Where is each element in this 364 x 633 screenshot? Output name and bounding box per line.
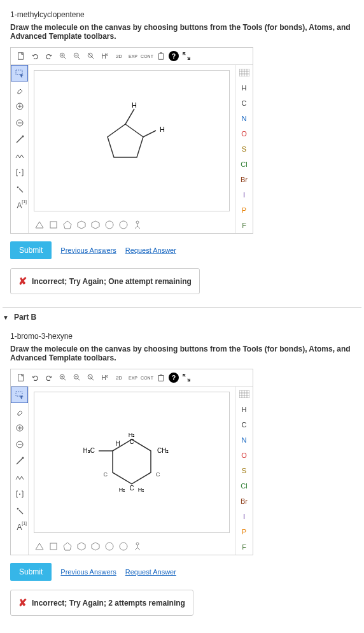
zoom-fit-icon[interactable] [85, 50, 97, 62]
square-template[interactable] [48, 541, 59, 552]
zoom-in-icon[interactable] [57, 372, 69, 383]
atom-br[interactable]: Br [235, 494, 253, 509]
svg-text:CH₂: CH₂ [157, 447, 169, 454]
atom-i[interactable]: I [235, 509, 253, 524]
advanced-template[interactable] [132, 219, 143, 231]
octagon-template[interactable] [118, 541, 129, 552]
chain-tool[interactable] [11, 148, 28, 164]
previous-answers-link[interactable]: Previous Answers [60, 246, 116, 254]
delete-icon[interactable] [155, 372, 167, 383]
atom-cl[interactable]: Cl [235, 478, 253, 494]
atom-n[interactable]: N [235, 111, 253, 126]
svg-line-79 [19, 510, 23, 514]
help-icon[interactable]: ? [169, 51, 179, 61]
charge-minus-tool[interactable] [11, 115, 28, 131]
hexagon2-template[interactable] [90, 541, 101, 552]
atom-label-tool[interactable]: A[1] [11, 197, 28, 214]
help-icon[interactable]: ? [169, 373, 179, 383]
svg-text:H₂: H₂ [129, 432, 136, 438]
svg-marker-95 [78, 543, 85, 550]
erase-tool[interactable] [11, 82, 28, 98]
radical-tool[interactable] [11, 181, 28, 197]
atom-f[interactable]: F [235, 539, 253, 555]
request-answer-link[interactable]: Request Answer [125, 246, 176, 254]
atom-o[interactable]: O [235, 448, 253, 463]
charge-plus-tool[interactable] [11, 98, 28, 115]
redo-icon[interactable] [43, 50, 55, 62]
undo-icon[interactable] [29, 372, 41, 383]
incorrect-icon: ✘ [18, 597, 27, 609]
new-icon[interactable] [15, 372, 27, 383]
svg-marker-38 [92, 221, 99, 229]
atom-s[interactable]: S [235, 463, 253, 478]
contract-button[interactable]: CONT [141, 372, 153, 383]
select-tool[interactable] [11, 65, 28, 82]
request-answer-link[interactable]: Request Answer [125, 568, 176, 576]
periodic-table-icon[interactable] [235, 387, 253, 402]
atom-cl[interactable]: Cl [235, 157, 253, 172]
atom-c[interactable]: C [235, 96, 253, 111]
chain-tool[interactable] [11, 469, 28, 486]
submit-button[interactable]: Submit [10, 563, 52, 581]
atom-s[interactable]: S [235, 141, 253, 157]
charge-plus-tool[interactable] [11, 420, 28, 436]
octagon-template[interactable] [118, 219, 129, 231]
charge-minus-tool[interactable] [11, 436, 28, 453]
fullscreen-icon[interactable] [180, 372, 193, 383]
zoom-in-icon[interactable] [57, 50, 69, 62]
triangle-template[interactable] [34, 219, 45, 231]
undo-icon[interactable] [29, 50, 41, 62]
svg-rect-16 [16, 70, 22, 75]
zoom-fit-icon[interactable] [85, 372, 97, 383]
hexagon-template[interactable] [76, 219, 87, 231]
triangle-template[interactable] [34, 541, 45, 552]
previous-answers-link[interactable]: Previous Answers [60, 568, 116, 576]
zoom-out-icon[interactable] [71, 50, 83, 62]
view-2d-button[interactable]: 2D [113, 50, 125, 62]
view-2d-button[interactable]: 2D [113, 372, 125, 383]
heptagon-template[interactable] [104, 219, 115, 231]
pentagon-template[interactable] [62, 541, 73, 552]
select-tool[interactable] [11, 387, 28, 403]
single-bond-tool[interactable] [11, 131, 28, 148]
atom-p[interactable]: P [235, 524, 253, 539]
atom-n[interactable]: N [235, 432, 253, 448]
atom-h[interactable]: H [235, 80, 253, 96]
atom-c[interactable]: C [235, 417, 253, 432]
bracket-tool[interactable] [11, 486, 28, 502]
redo-icon[interactable] [43, 372, 55, 383]
atom-br[interactable]: Br [235, 172, 253, 187]
atom-i[interactable]: I [235, 187, 253, 203]
svg-point-97 [106, 543, 113, 550]
new-icon[interactable] [15, 50, 27, 62]
atom-o[interactable]: O [235, 126, 253, 141]
advanced-template[interactable] [132, 541, 143, 552]
atom-p[interactable]: P [235, 203, 253, 218]
fullscreen-icon[interactable] [180, 50, 193, 62]
hexagon-template[interactable] [76, 541, 87, 552]
contract-button[interactable]: CONT [141, 50, 153, 62]
atom-h[interactable]: H [235, 402, 253, 417]
submit-button[interactable]: Submit [10, 241, 52, 259]
square-template[interactable] [48, 219, 59, 231]
atom-f[interactable]: F [235, 218, 253, 233]
erase-tool[interactable] [11, 403, 28, 420]
zoom-out-icon[interactable] [71, 372, 83, 383]
expand-button[interactable]: EXP [127, 372, 139, 383]
delete-icon[interactable] [155, 50, 167, 62]
collapse-caret-icon[interactable]: ▼ [3, 314, 9, 321]
toggle-h-button[interactable]: H° [99, 372, 111, 383]
drawing-canvas[interactable]: H H [34, 70, 230, 211]
periodic-table-icon[interactable] [235, 65, 253, 80]
radical-tool[interactable] [11, 502, 28, 519]
hexagon2-template[interactable] [90, 219, 101, 231]
toggle-h-button[interactable]: H° [99, 50, 111, 62]
svg-text:H: H [132, 101, 137, 109]
atom-label-tool[interactable]: A[1] [11, 519, 28, 536]
pentagon-template[interactable] [62, 219, 73, 231]
drawing-canvas[interactable]: H₃C H H₂ C CH₂ C C C H₂ H₂ [34, 392, 230, 533]
single-bond-tool[interactable] [11, 453, 28, 469]
heptagon-template[interactable] [104, 541, 115, 552]
expand-button[interactable]: EXP [127, 50, 139, 62]
bracket-tool[interactable] [11, 164, 28, 181]
